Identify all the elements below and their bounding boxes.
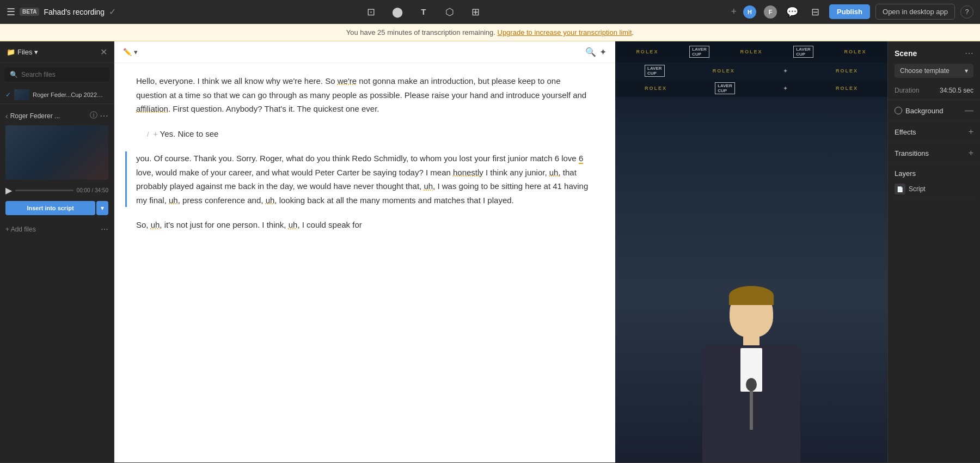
upgrade-banner: You have 25 minutes of transcription rem… (0, 24, 980, 41)
laver-cup-logo-4: LAVERCUP (715, 82, 735, 94)
highlight-6: 6 (579, 154, 583, 164)
layers-label: Layers (895, 169, 973, 178)
clip-controls: ▶ 00:00 / 34:50 (0, 182, 114, 199)
highlight-uh3: uh, (169, 196, 180, 205)
script-search-button[interactable]: 🔍 (585, 47, 596, 57)
upgrade-link[interactable]: Upgrade to increase your transcription l… (498, 28, 632, 36)
file-name: Roger Feder...Cup 2022.mp4 (33, 92, 103, 98)
chevron-down-icon: ▾ (34, 48, 38, 56)
video-preview: ROLEX LAVERCUP ROLEX LAVERCUP ROLEX LAVE… (615, 41, 887, 462)
rolex-logo-7: ROLEX (836, 86, 858, 91)
clip-nav: ‹ Roger Federer ... (5, 112, 60, 120)
laver-cup-logo-2: LAVERCUP (793, 46, 813, 58)
layer-script-name: Script (909, 185, 926, 193)
add-files-button[interactable]: + Add files (5, 226, 36, 233)
clip-header: ‹ Roger Federer ... ⓘ ⋯ (0, 108, 114, 123)
clip-more-icon[interactable]: ⋯ (100, 111, 108, 121)
transitions-row[interactable]: Transitions + (888, 143, 980, 164)
record-icon[interactable]: ⬤ (389, 3, 406, 21)
script-panel: ✏️ ▾ 🔍 ✦ Hello, everyone. I think we all… (114, 41, 615, 462)
person-figure (675, 277, 828, 462)
publish-button[interactable]: Publish (829, 4, 870, 19)
highlight-uh4: uh, (266, 196, 277, 205)
avatar-f: F (763, 4, 778, 20)
clip-actions: ⓘ ⋯ (90, 111, 108, 121)
highlight-so-uh: uh, (151, 220, 162, 229)
add-line-button[interactable]: + (154, 130, 158, 138)
script-paragraph-1: Hello, everyone. I think we all know why… (136, 74, 593, 116)
scene-header: Scene ⋯ (888, 48, 980, 64)
highlight-uh1: uh, (549, 168, 561, 177)
background-row[interactable]: Background — (888, 100, 980, 121)
choose-template-label: Choose template (900, 67, 950, 75)
effects-add-icon[interactable]: + (969, 127, 973, 137)
clip-play-button[interactable]: ▶ (5, 185, 12, 196)
time-scrubber[interactable] (15, 190, 74, 191)
script-paragraph-3: you. Of course. Thank you. Sorry. Roger,… (136, 151, 593, 207)
search-box: 🔍 (4, 68, 109, 82)
script-paragraph-2: / + Yes. Nice to see (136, 127, 593, 141)
search-icon: 🔍 (10, 71, 18, 78)
slash-button[interactable]: / (147, 131, 149, 138)
topbar-right: + H F 💬 ⊟ Publish Open in desktop app ? (731, 3, 973, 21)
script-paragraph-4: So, uh, it's not just for one person. I … (136, 218, 593, 232)
duration-row: Duration 34:50.5 sec (888, 84, 980, 100)
background-circle-icon (895, 107, 902, 114)
effects-row[interactable]: Effects + (888, 121, 980, 143)
script-header-actions: 🔍 ✦ (585, 47, 607, 57)
rolex-logo-4: ROLEX (713, 68, 735, 74)
line-actions-wrapper: / + Yes. Nice to see (136, 127, 593, 141)
layer-item-script[interactable]: 📄 Script (895, 181, 973, 198)
file-item[interactable]: ✓ Roger Feder...Cup 2022.mp4 (0, 86, 114, 103)
add-files-row: + Add files ⋯ (0, 222, 114, 237)
highlight-honestly: honestly (453, 168, 483, 177)
chevron-down-icon: ▾ (134, 48, 138, 56)
topbar-center: ⊡ ⬤ T ⬡ ⊞ (121, 3, 725, 21)
laver-cup-logo-3: LAVERCUP (645, 65, 665, 77)
avatar-h: H (742, 4, 757, 20)
files-title[interactable]: 📁 Files ▾ (7, 48, 38, 56)
clip-title: Roger Federer ... (10, 112, 60, 120)
add-icon[interactable]: + (731, 6, 737, 17)
pencil-icon: ✏️ (123, 48, 132, 56)
clip-prev-button[interactable]: ‹ (5, 112, 8, 120)
mercedes-logo-2: ✦ (783, 85, 788, 92)
topbar: ☰ BETA Fahad's recording ✓ ⊡ ⬤ T ⬡ ⊞ + H… (0, 0, 980, 24)
script-magic-button[interactable]: ✦ (599, 47, 607, 57)
rolex-logo-2: ROLEX (740, 49, 762, 54)
scene-more-button[interactable]: ⋯ (965, 48, 973, 58)
script-content: Hello, everyone. I think we all know why… (114, 63, 615, 254)
camera-icon[interactable]: ⊡ (363, 3, 380, 21)
file-thumbnail (14, 89, 29, 100)
recording-title[interactable]: Fahad's recording (44, 8, 105, 16)
insert-btn-row: Insert into script ▾ (0, 199, 114, 217)
search-input[interactable] (21, 71, 104, 78)
text-icon[interactable]: T (415, 3, 432, 21)
choose-template-button[interactable]: Choose template ▾ (895, 64, 973, 78)
chevron-down-icon: ▾ (965, 67, 968, 75)
close-icon[interactable]: ✕ (100, 47, 107, 57)
hamburger-icon[interactable]: ☰ (7, 6, 15, 18)
insert-dropdown-button[interactable]: ▾ (96, 201, 108, 215)
layer-script-icon: 📄 (895, 184, 905, 194)
background-label: Background (895, 107, 943, 115)
shape-icon[interactable]: ⬡ (441, 3, 458, 21)
grid-icon[interactable]: ⊞ (467, 3, 485, 21)
comment-icon[interactable]: 💬 (783, 3, 801, 21)
help-icon[interactable]: ? (960, 5, 973, 19)
script-edit-button[interactable]: ✏️ ▾ (123, 48, 138, 56)
video-panel: ROLEX LAVERCUP ROLEX LAVERCUP ROLEX LAVE… (615, 41, 887, 462)
transitions-add-icon[interactable]: + (969, 148, 973, 158)
highlight-were: we're (338, 76, 357, 86)
main-layout: 📁 Files ▾ ✕ 🔍 ✓ Roger Feder...Cup 2022.m… (0, 41, 980, 462)
clip-time-display: 00:00 / 34:50 (77, 187, 108, 193)
rolex-logo-6: ROLEX (645, 86, 667, 91)
layout-icon[interactable]: ⊟ (806, 3, 824, 21)
clip-info-icon[interactable]: ⓘ (90, 111, 97, 121)
open-desktop-button[interactable]: Open in desktop app (875, 4, 955, 20)
highlight-uh2: uh, (424, 181, 435, 191)
insert-into-script-button[interactable]: Insert into script (5, 201, 95, 215)
files-more-button[interactable]: ⋯ (101, 225, 108, 234)
rolex-logo-3: ROLEX (844, 49, 867, 54)
file-check-icon: ✓ (5, 91, 11, 99)
